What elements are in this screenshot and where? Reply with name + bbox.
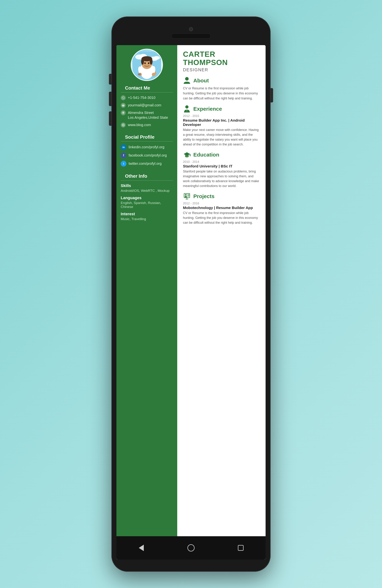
other-info-section: Other Info Skills Android/iOS, WebRTC , …: [116, 173, 177, 224]
phone-icon: [121, 95, 126, 100]
phone-top-bar: [116, 24, 266, 45]
skills-label: Skills: [121, 183, 173, 188]
website-icon: [121, 123, 126, 127]
about-icon: [183, 77, 191, 84]
other-section-title: Other Info: [121, 173, 173, 181]
svg-point-20: [122, 97, 124, 99]
linkedin-icon: in: [121, 144, 126, 150]
projects-section: Projects 2012 - 2016 Mobotechnology | Re…: [183, 192, 260, 225]
svg-point-27: [185, 77, 189, 81]
phone-screen: Contact Me +1-541-754-3010: [116, 45, 266, 560]
svg-rect-30: [190, 154, 191, 156]
nav-bar: [116, 536, 266, 560]
education-section: Education 2010 - 2014 Stanford Universit…: [183, 151, 260, 189]
projects-section-title: Projects: [193, 193, 214, 199]
skills-value: Android/iOS, WebRTC , Mockup: [121, 189, 173, 193]
phone-contact-item: +1-541-754-3010: [121, 95, 173, 100]
twitter-icon: t: [121, 161, 126, 167]
experience-job-title: Resume Builder App Inc. | Android Develo…: [183, 118, 260, 127]
linkedin-item: in linkedin.com/profyl.org: [121, 144, 173, 150]
address: Almendra Street Los Angeles,United State: [128, 110, 168, 120]
experience-section-title: Experience: [193, 106, 222, 112]
education-degree-title: Stanford University | BSc IT: [183, 164, 260, 168]
email-contact-item: yourmail@gmail.com: [121, 103, 173, 108]
education-description: Stanford people take on audacious proble…: [183, 169, 260, 189]
projects-section-header: Projects: [183, 192, 260, 200]
facebook-icon: f: [121, 153, 126, 158]
main-content: CARTER THOMPSON DESIGNER About: [177, 45, 266, 536]
speaker: [171, 34, 211, 39]
experience-description: Make your next career move with confiden…: [183, 127, 260, 147]
svg-point-28: [185, 105, 189, 108]
projects-body: 2012 - 2016 Mobotechnology | Resume Buil…: [183, 202, 260, 225]
about-section: About CV or Resume is the first impressi…: [183, 77, 260, 101]
phone-device: Contact Me +1-541-754-3010: [112, 17, 270, 572]
education-section-title: Education: [193, 152, 219, 158]
website-contact-item: www.blog.com: [121, 123, 173, 127]
contact-section: Contact Me +1-541-754-3010: [116, 85, 177, 130]
svg-rect-19: [138, 73, 141, 75]
email-icon: [121, 103, 126, 108]
interest-label: Interest: [121, 212, 173, 216]
resume-container: Contact Me +1-541-754-3010: [116, 45, 266, 536]
experience-section: Experience 2012 - 2015 Resume Builder Ap…: [183, 105, 260, 147]
experience-date: 2012 - 2015: [183, 114, 260, 118]
experience-section-header: Experience: [183, 105, 260, 113]
home-icon: [188, 544, 194, 551]
facebook-url: facebook.com/profyl.org: [129, 153, 167, 157]
languages-value: English, Spanish, Russian, Chinese: [121, 201, 173, 209]
contact-section-title: Contact Me: [121, 85, 173, 92]
experience-icon: [183, 105, 191, 113]
projects-date: 2012 - 2016: [183, 202, 260, 205]
svg-point-16: [144, 62, 146, 64]
facebook-item: f facebook.com/profyl.org: [121, 153, 173, 158]
avatar-image: [132, 49, 162, 80]
volume-up-button: [109, 92, 112, 106]
projects-project-title: Mobotechnology | Resume Builder App: [183, 206, 260, 210]
camera: [189, 27, 193, 31]
volume-down-button: [109, 111, 112, 126]
website-url: www.blog.com: [128, 123, 151, 127]
about-section-header: About: [183, 77, 260, 84]
home-button[interactable]: [187, 543, 195, 552]
twitter-url: twitter.com/profyl.org: [129, 162, 162, 166]
social-section-title: Social Profile: [121, 134, 173, 142]
experience-body: 2012 - 2015 Resume Builder App Inc. | An…: [183, 114, 260, 147]
projects-description: CV or Resume is the first impression whi…: [183, 211, 260, 225]
back-button[interactable]: [137, 543, 146, 552]
svg-point-15: [150, 58, 153, 65]
education-date: 2010 - 2014: [183, 160, 260, 164]
languages-label: Languages: [121, 196, 173, 200]
interest-value: Music, Travelling: [121, 217, 173, 221]
phone-number: +1-541-754-3010: [128, 95, 155, 100]
address-contact-item: Almendra Street Los Angeles,United State: [121, 110, 173, 120]
candidate-name: CARTER THOMPSON: [183, 50, 260, 67]
education-body: 2010 - 2014 Stanford University | BSc IT…: [183, 160, 260, 189]
education-icon: [183, 151, 191, 159]
svg-point-33: [185, 194, 187, 196]
avatar: [131, 49, 163, 81]
svg-point-17: [148, 62, 149, 64]
twitter-item: t twitter.com/profyl.org: [121, 161, 173, 167]
about-description: CV or Resume is the first impression whi…: [183, 86, 260, 101]
svg-rect-22: [122, 105, 124, 106]
back-icon: [139, 545, 144, 551]
svg-point-14: [141, 58, 144, 65]
education-section-header: Education: [183, 151, 260, 159]
mute-button: [109, 74, 112, 84]
power-button: [270, 88, 273, 103]
social-section: Social Profile in linkedin.com/profyl.or…: [116, 134, 177, 169]
about-section-title: About: [193, 78, 209, 84]
recents-button[interactable]: [236, 543, 245, 552]
candidate-job-title: DESIGNER: [183, 67, 260, 72]
email-address: yourmail@gmail.com: [128, 103, 161, 108]
sidebar: Contact Me +1-541-754-3010: [116, 45, 177, 536]
svg-point-4: [153, 56, 160, 60]
projects-icon: [183, 192, 191, 200]
location-icon: [121, 110, 126, 115]
linkedin-url: linkedin.com/profyl.org: [129, 145, 164, 149]
recents-icon: [238, 545, 244, 551]
